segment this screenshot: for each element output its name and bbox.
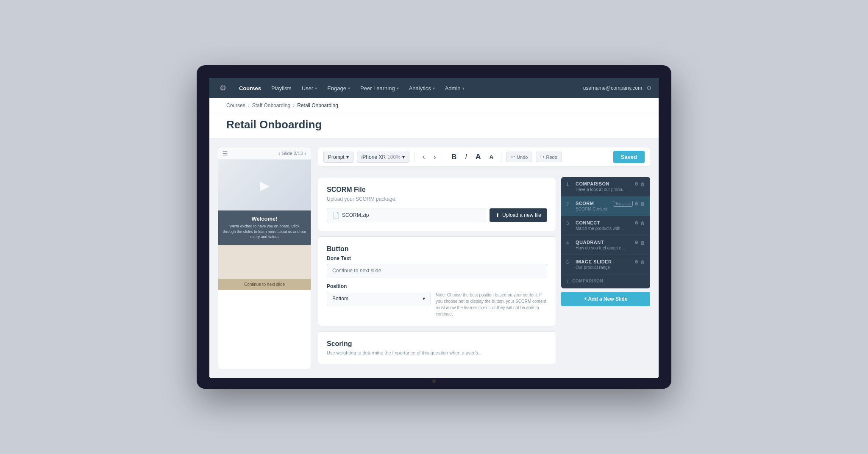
prompt-button[interactable]: Prompt ▾ bbox=[323, 152, 353, 163]
done-text-input[interactable] bbox=[327, 264, 547, 277]
scoring-title: Scoring bbox=[327, 340, 547, 348]
font-up-button[interactable]: A bbox=[473, 152, 484, 162]
slide-next-arrow[interactable]: › bbox=[304, 150, 306, 157]
analytics-chevron-icon: ▾ bbox=[433, 86, 435, 91]
device-chevron-icon: ▾ bbox=[402, 154, 405, 160]
engage-chevron-icon: ▾ bbox=[348, 86, 350, 91]
device-selector[interactable]: iPhone XR 100% ▾ bbox=[357, 152, 409, 163]
slide-actions-5: ⚙ 🗑 bbox=[634, 259, 645, 265]
toolbar-separator-2 bbox=[444, 152, 444, 162]
slide-info-1: COMPARISON Have a look at our produ... bbox=[576, 181, 631, 192]
slide-item-2[interactable]: 2 SCORM SCORM Content Template ⚙ 🗑 bbox=[561, 197, 650, 216]
slide-item-3[interactable]: 3 CONNECT Match the products with... ⚙ 🗑 bbox=[561, 216, 650, 235]
slide-settings-icon-5[interactable]: ⚙ bbox=[634, 259, 639, 265]
scorm-file-row: 📄 SCORM.zip ⬆ Upload a new file bbox=[327, 208, 547, 222]
nav-item-user[interactable]: User ▾ bbox=[298, 83, 321, 94]
user-email: username@company.com bbox=[583, 85, 642, 91]
slide-name-3: CONNECT bbox=[576, 220, 631, 225]
undo-icon: ↩ bbox=[511, 154, 515, 160]
slide-settings-icon-4[interactable]: ⚙ bbox=[634, 240, 639, 245]
redo-icon: ↪ bbox=[540, 154, 544, 160]
position-note: Note: Choose the best position based on … bbox=[436, 292, 547, 317]
breadcrumb-courses[interactable]: Courses bbox=[226, 102, 245, 108]
nav-item-peer-learning[interactable]: Peer Learning ▾ bbox=[356, 83, 403, 94]
slide-num-5: 5 bbox=[566, 260, 572, 265]
slide-desc-2: SCORM Content bbox=[576, 207, 609, 211]
slides-sidebar: 1 COMPARISON Have a look at our produ...… bbox=[561, 177, 650, 369]
slide-num-3: 3 bbox=[566, 221, 572, 226]
position-label: Position bbox=[327, 283, 547, 289]
font-down-button[interactable]: A bbox=[487, 153, 496, 161]
peer-learning-chevron-icon: ▾ bbox=[397, 86, 399, 91]
slide-delete-icon-1[interactable]: 🗑 bbox=[640, 182, 645, 187]
redo-button[interactable]: ↪ Redo bbox=[536, 152, 562, 162]
bold-button[interactable]: B bbox=[449, 152, 459, 162]
page-title: Retail Onboarding bbox=[226, 118, 642, 131]
scorm-file-name: SCORM.zip bbox=[342, 212, 369, 218]
saved-button[interactable]: Saved bbox=[613, 151, 645, 163]
add-slide-button[interactable]: + Add a New Slide bbox=[561, 292, 650, 306]
breadcrumb-sep-1: › bbox=[248, 102, 250, 108]
scorm-card: SCORM File Upload your SCORM package. 📄 … bbox=[318, 177, 556, 231]
slide-delete-icon-4[interactable]: 🗑 bbox=[640, 240, 645, 245]
slide-prev-arrow[interactable]: ‹ bbox=[278, 150, 281, 157]
slide-settings-icon-1[interactable]: ⚙ bbox=[634, 181, 639, 187]
zoom-level: 100% bbox=[387, 154, 401, 160]
scorm-card-subtitle: Upload your SCORM package. bbox=[327, 196, 547, 202]
slide-item-5[interactable]: 5 IMAGE SLIDER Our product range ⚙ 🗑 bbox=[561, 255, 650, 274]
admin-chevron-icon: ▾ bbox=[462, 86, 465, 91]
slide-item-4[interactable]: 4 QUADRANT How do you feel about e... ⚙ … bbox=[561, 235, 650, 255]
slide-info-5: IMAGE SLIDER Our product range bbox=[576, 259, 631, 270]
slide-menu-icon[interactable]: ☰ bbox=[223, 150, 228, 157]
slide-name-2: SCORM bbox=[576, 201, 609, 206]
laptop-chin bbox=[209, 378, 659, 385]
slide-desc-4: How do you feel about e... bbox=[576, 246, 631, 250]
slide-forward-button[interactable]: › bbox=[431, 152, 439, 162]
toolbar: Prompt ▾ iPhone XR 100% ▾ ‹ › B I A A bbox=[318, 147, 650, 167]
slide-settings-icon-3[interactable]: ⚙ bbox=[634, 220, 639, 226]
nav-item-admin[interactable]: Admin ▾ bbox=[441, 83, 469, 94]
slide-name-5: IMAGE SLIDER bbox=[576, 259, 631, 264]
nav-item-playlists[interactable]: Playlists bbox=[267, 83, 296, 94]
slide-item-1[interactable]: 1 COMPARISON Have a look at our produ...… bbox=[561, 177, 650, 197]
slide-delete-icon-5[interactable]: 🗑 bbox=[640, 260, 645, 265]
undo-button[interactable]: ↩ Undo bbox=[506, 152, 532, 162]
nav-item-courses[interactable]: Courses bbox=[235, 83, 265, 94]
italic-button[interactable]: I bbox=[462, 152, 469, 162]
nav-logo-icon: ⚙ bbox=[216, 81, 230, 95]
slide-delete-icon-3[interactable]: 🗑 bbox=[640, 221, 645, 226]
nav-right: username@company.com ⚙ bbox=[583, 85, 652, 91]
slide-welcome-box: Welcome! We're excited to have you on bo… bbox=[218, 210, 311, 245]
slide-desc-3: Match the products with... bbox=[576, 226, 631, 231]
nav-settings-icon[interactable]: ⚙ bbox=[646, 85, 652, 91]
slide-preview-panel: ☰ ‹ Slide 2/13 › ▶ Welcome! We're excite… bbox=[218, 147, 311, 369]
scorm-file-display: 📄 SCORM.zip bbox=[327, 208, 486, 222]
breadcrumb-staff-onboarding[interactable]: Staff Onboarding bbox=[252, 102, 291, 108]
slide-back-button[interactable]: ‹ bbox=[420, 152, 428, 162]
done-text-label: Done Text bbox=[327, 255, 547, 261]
slide-delete-icon-2[interactable]: 🗑 bbox=[640, 201, 645, 206]
scoring-card: Scoring Use weighting to determine the i… bbox=[318, 331, 556, 364]
slide-play-icon: ▶ bbox=[260, 178, 270, 193]
scorm-card-title: SCORM File bbox=[327, 186, 547, 194]
slide-actions-4: ⚙ 🗑 bbox=[634, 240, 645, 245]
nav-item-analytics[interactable]: Analytics ▾ bbox=[405, 83, 439, 94]
slide-info-2: SCORM SCORM Content bbox=[576, 201, 609, 211]
breadcrumb: Courses › Staff Onboarding › Retail Onbo… bbox=[209, 98, 659, 113]
slide-num-4: 4 bbox=[566, 240, 572, 245]
position-select[interactable]: Bottom ▾ bbox=[327, 292, 431, 305]
slide-welcome-title: Welcome! bbox=[223, 216, 306, 222]
breadcrumb-sep-2: › bbox=[293, 102, 295, 108]
slide-item-ghost: 1 COMPARISON bbox=[561, 274, 650, 288]
slide-settings-icon-2[interactable]: ⚙ bbox=[634, 201, 639, 207]
slide-num-2: 2 bbox=[566, 201, 572, 206]
slide-bottom-area bbox=[218, 245, 311, 279]
upload-new-file-button[interactable]: ⬆ Upload a new file bbox=[490, 208, 547, 222]
slide-nav-arrows: ‹ Slide 2/13 › bbox=[278, 150, 306, 157]
nav-item-engage[interactable]: Engage ▾ bbox=[323, 83, 354, 94]
slide-actions-3: ⚙ 🗑 bbox=[634, 220, 645, 226]
slide-ghost-name: COMPARISON bbox=[572, 279, 603, 283]
laptop-frame: ⚙ Courses Playlists User ▾ Engage ▾ Peer… bbox=[197, 65, 671, 389]
toolbar-separator-1 bbox=[415, 152, 415, 162]
position-chevron-icon: ▾ bbox=[423, 296, 425, 302]
